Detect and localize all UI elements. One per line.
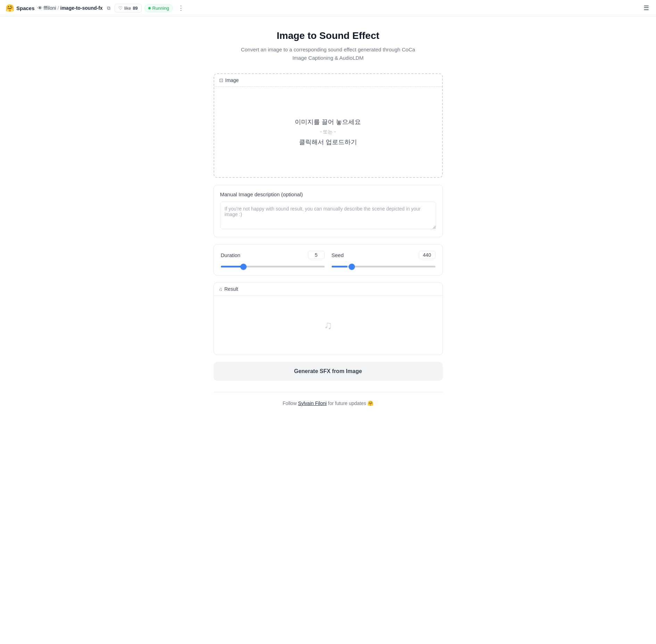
main-content: Image to Sound Effect Convert an image t… (207, 16, 450, 427)
navbar: 🤗 Spaces 👁 fffiloni / image-to-sound-fx … (0, 0, 656, 16)
result-container: ♫ Result ♫ (214, 282, 443, 355)
spaces-emoji: 🤗 (6, 4, 14, 12)
upload-or-text: - 또는 - (320, 129, 336, 135)
like-count: 89 (133, 6, 138, 11)
navbar-left: 🤗 Spaces 👁 fffiloni / image-to-sound-fx … (6, 4, 642, 13)
image-upload-container: ⊡ Image 이미지를 끌어 놓으세요 - 또는 - 클릭해서 업로드하기 (214, 73, 443, 178)
description-textarea[interactable] (220, 201, 436, 229)
subtitle-line1: Convert an image to a corresponding soun… (241, 47, 415, 52)
duration-slider-group: Duration 5 (221, 251, 325, 269)
status-label: Running (152, 6, 169, 11)
heart-icon: ♡ (118, 6, 123, 11)
spaces-label: Spaces (16, 5, 35, 11)
status-badge: Running (144, 4, 173, 12)
description-container: Manual Image description (optional) (214, 185, 443, 237)
breadcrumb-separator: / (58, 5, 59, 11)
like-label: like (124, 6, 131, 11)
spaces-logo-link[interactable]: 🤗 Spaces (6, 4, 35, 12)
music-note-icon: ♫ (219, 286, 223, 292)
result-body: ♫ (214, 296, 442, 355)
breadcrumb-user[interactable]: 👁 fffiloni (38, 5, 56, 11)
result-placeholder-icon: ♫ (324, 319, 332, 332)
upload-click-text: 클릭해서 업로드하기 (299, 138, 357, 146)
copy-repo-button[interactable]: ⧉ (106, 5, 112, 12)
seed-slider-header: Seed 440 (332, 251, 435, 259)
upload-drag-text: 이미지를 끌어 놓으세요 (295, 118, 361, 126)
result-header-label: Result (224, 286, 238, 292)
like-button[interactable]: ♡ like 89 (115, 4, 142, 13)
generate-button[interactable]: Generate SFX from Image (214, 362, 443, 381)
duration-value: 5 (308, 251, 325, 259)
status-dot (148, 7, 151, 9)
image-drop-area[interactable]: 이미지를 끌어 놓으세요 - 또는 - 클릭해서 업로드하기 (214, 87, 442, 177)
duration-slider-header: Duration 5 (221, 251, 325, 259)
subtitle-line2: Image Captioning & AudioLDM (292, 55, 364, 61)
sliders-container: Duration 5 Seed 440 (214, 244, 443, 275)
duration-label: Duration (221, 252, 241, 258)
footer-suffix: for future updates 🤗 (328, 401, 374, 406)
footer-author-link[interactable]: Sylvain Filoni (298, 401, 326, 406)
page-title: Image to Sound Effect (214, 30, 443, 41)
seed-label: Seed (332, 252, 344, 258)
breadcrumb-username: fffiloni (44, 5, 56, 11)
more-options-button[interactable]: ⋮ (176, 4, 186, 12)
seed-slider-group: Seed 440 (332, 251, 435, 269)
navbar-right: ☰ (642, 3, 650, 13)
breadcrumb-repo-name[interactable]: image-to-sound-fx (60, 5, 103, 11)
result-header: ♫ Result (214, 283, 442, 296)
breadcrumb: 👁 fffiloni / image-to-sound-fx (38, 5, 103, 11)
footer-prefix: Follow (283, 401, 298, 406)
description-label: Manual Image description (optional) (220, 191, 436, 197)
upload-header-label: Image (225, 77, 239, 83)
seed-value: 440 (419, 251, 435, 259)
seed-slider[interactable] (332, 266, 435, 267)
upload-header: ⊡ Image (214, 74, 442, 87)
user-avatar-emoji: 👁 (38, 5, 42, 11)
page-subtitle: Convert an image to a corresponding soun… (214, 46, 443, 62)
footer: Follow Sylvain Filoni for future updates… (214, 392, 443, 406)
hamburger-button[interactable]: ☰ (642, 3, 650, 13)
duration-slider[interactable] (221, 266, 325, 267)
image-icon: ⊡ (219, 77, 223, 83)
